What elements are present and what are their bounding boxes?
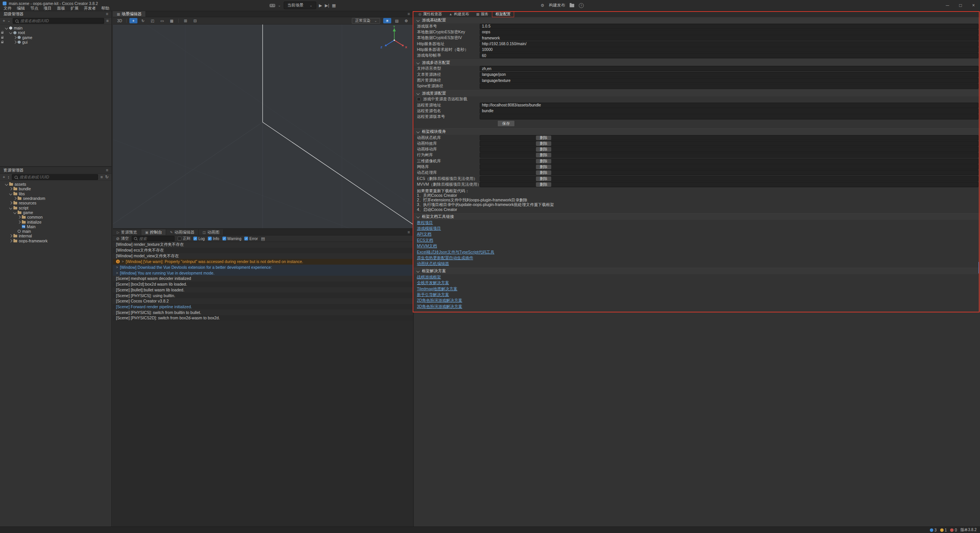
caret-expanded-icon[interactable] — [9, 31, 12, 34]
gizmo-space-button[interactable]: ▦ — [168, 18, 176, 23]
asset-item-bundle[interactable]: bundle — [0, 186, 111, 191]
hierarchy-item-main[interactable]: main — [0, 26, 111, 30]
checkbox-icon[interactable]: ✓ — [222, 237, 226, 240]
render-mode-select[interactable]: 正常渲染 ⌄ — [352, 18, 380, 24]
prop-input-远程资源地址[interactable] — [480, 103, 978, 108]
prop-input-Spine资源路径[interactable] — [480, 83, 978, 89]
scrollbar-thumb[interactable] — [978, 262, 980, 273]
filter-icon[interactable]: ≡ — [100, 175, 103, 179]
tab-动画编辑器[interactable]: ✎动画编辑器 — [166, 229, 199, 235]
asset-item-game[interactable]: game — [0, 210, 111, 215]
menu-面板[interactable]: 面板 — [54, 6, 68, 10]
asset-item-oops-framework[interactable]: oops-framework — [0, 239, 111, 243]
tab-动画图[interactable]: ◫动画图 — [199, 229, 224, 235]
expand-caret-icon[interactable]: > — [116, 265, 118, 269]
caret-collapsed-icon[interactable] — [9, 201, 12, 204]
refresh-icon[interactable]: ↻ — [105, 175, 109, 179]
open-project-folder-icon[interactable] — [570, 4, 574, 7]
filter-Log[interactable]: ✓Log — [193, 237, 205, 241]
scene-stats-icon[interactable]: ▤ — [393, 18, 401, 23]
link-新手引导解决方案[interactable]: 新手引导解决方案 — [417, 292, 449, 298]
console-line[interactable]: [Window] render_texture文件夹不存在 — [113, 242, 413, 248]
info-count[interactable]: 3 — [930, 528, 937, 532]
console-export-icon[interactable]: ▤ — [261, 237, 265, 241]
prop-input-Http服务器请求超时（毫秒）[interactable] — [480, 47, 978, 52]
asset-item-assets[interactable]: assets — [0, 182, 111, 186]
menu-节点[interactable]: 节点 — [28, 6, 41, 10]
console-line[interactable]: !>[Window] [Vue warn]: Property "onInput… — [113, 259, 413, 265]
tab-构建发布[interactable]: ▲构建发布 — [446, 11, 472, 17]
assets-search-input[interactable] — [20, 175, 95, 179]
hierarchy-item-root[interactable]: root — [0, 30, 111, 35]
filter-Info[interactable]: ✓Info — [208, 237, 219, 241]
menu-开发者[interactable]: 开发者 — [81, 6, 99, 10]
expand-caret-icon[interactable]: > — [122, 260, 124, 263]
link-2D角色扮演游戏解决方案[interactable]: 2D角色扮演游戏解决方案 — [417, 298, 462, 303]
delete-button[interactable]: 删除 — [536, 165, 551, 169]
prop-input-图片资源路径[interactable] — [480, 78, 978, 83]
section-header[interactable]: 游戏资源配置 — [414, 90, 980, 96]
console-line[interactable]: [Scene] [box2d]:box2d wasm lib loaded. — [113, 281, 413, 287]
delete-button[interactable]: 删除 — [536, 136, 551, 140]
panel-menu-icon[interactable]: ≡ — [408, 11, 410, 16]
lock-icon[interactable] — [1, 32, 3, 34]
caret-expanded-icon[interactable] — [13, 211, 16, 214]
asset-item-libs[interactable]: libs — [0, 191, 111, 196]
filter-icon[interactable]: ≡ — [106, 19, 109, 23]
console-line[interactable]: >[Window] Download the Vue Devtools exte… — [113, 265, 413, 270]
delete-button[interactable]: 删除 — [536, 159, 551, 163]
caret-expanded-icon[interactable] — [5, 183, 8, 186]
save-button[interactable]: 保存 — [497, 120, 515, 127]
orientation-gizmo[interactable]: Y X Z — [377, 25, 412, 51]
section-header[interactable]: 游戏多语言配置 — [414, 60, 980, 66]
caret-collapsed-icon[interactable] — [13, 197, 16, 200]
asset-item-script[interactable]: script — [0, 205, 111, 210]
expand-caret-icon[interactable]: > — [116, 271, 118, 275]
link-教程项目[interactable]: 教程项目 — [417, 220, 433, 226]
build-publish-button[interactable]: 构建发布 — [549, 3, 565, 8]
tab-资源预览[interactable]: ▷资源预览 — [113, 229, 141, 235]
hierarchy-item-game[interactable]: game — [0, 35, 111, 40]
delete-button[interactable]: 删除 — [536, 170, 551, 175]
warning-count[interactable]: 1 — [940, 528, 947, 532]
tab-scene-editor[interactable]: ▦ 场景编辑器 — [113, 11, 146, 17]
prop-input-本地数据CryptoES加密IV[interactable] — [480, 35, 978, 41]
close-button[interactable]: × — [967, 0, 980, 10]
sort-icon[interactable]: ↕ — [7, 175, 10, 179]
chevron-down-icon[interactable]: ⌄ — [7, 19, 10, 23]
menu-编辑[interactable]: 编辑 — [14, 6, 28, 10]
caret-collapsed-icon[interactable] — [18, 220, 21, 223]
tab-框架配置[interactable]: 框架配置 — [492, 11, 514, 17]
link-Excel格式转Json文件与TypeScript代码工具[interactable]: Excel格式转Json文件与TypeScript代码工具 — [417, 250, 494, 255]
filter-Error[interactable]: ✓Error — [244, 237, 258, 241]
link-战棋游戏框架[interactable]: 战棋游戏框架 — [417, 275, 441, 280]
menu-项目[interactable]: 项目 — [41, 6, 54, 10]
prop-input-远程资源版本号[interactable] — [480, 114, 978, 119]
prop-input-游戏版本号[interactable] — [480, 24, 978, 29]
snap-button[interactable]: ⊞ — [181, 18, 189, 23]
caret-expanded-icon[interactable] — [9, 206, 12, 209]
lock-icon[interactable] — [1, 37, 3, 39]
scale-tool-button[interactable]: ◰ — [149, 18, 157, 23]
console-line[interactable]: [Window] model_view文件夹不存在 — [113, 253, 413, 259]
console-line[interactable]: [Window] ecs文件夹不存在 — [113, 248, 413, 253]
section-header[interactable]: 框架解决方案 — [414, 268, 980, 274]
caret-expanded-icon[interactable] — [5, 26, 8, 29]
section-header[interactable]: 框架文档工具链接 — [414, 214, 980, 220]
link-API文档[interactable]: API文档 — [417, 232, 431, 237]
view-mode-3d-button[interactable]: 3D — [116, 18, 124, 23]
panel-menu-icon[interactable]: ≡ — [106, 168, 108, 172]
scene-viewport[interactable]: Y X Z — [113, 25, 413, 228]
caret-collapsed-icon[interactable] — [9, 234, 12, 237]
caret-collapsed-icon[interactable] — [9, 187, 12, 190]
rect-tool-button[interactable]: ▭ — [158, 18, 166, 23]
asset-item-common[interactable]: common — [0, 215, 111, 219]
current-scene-select[interactable]: 当前场景 ⌄ — [284, 2, 317, 9]
asset-item-seedrandom[interactable]: seedrandom — [0, 196, 111, 201]
prop-input-游戏每秒帧率[interactable] — [480, 53, 978, 58]
regex-toggle[interactable]: 正则 — [178, 236, 190, 241]
prop-input-本地数据CryptoES加密Key[interactable] — [480, 29, 978, 35]
console-line[interactable]: >[Window] You are running Vue in develop… — [113, 270, 413, 276]
filter-Warning[interactable]: ✓Warning — [222, 237, 242, 241]
console-line[interactable]: [Scene] meshopt wasm decoder initialized — [113, 276, 413, 281]
